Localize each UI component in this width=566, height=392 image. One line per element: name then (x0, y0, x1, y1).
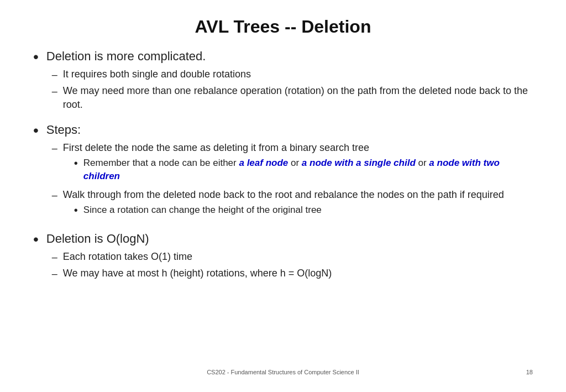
sub-sub-text-2-1-1: Remember that a node can be either a lea… (83, 156, 533, 183)
sub-sub-items-2-1: • Remember that a node can be either a l… (74, 156, 533, 183)
sub-item-1-1: – It requires both single and double rot… (52, 67, 533, 82)
sub-item-1-2: – We may need more than one rebalance op… (52, 84, 533, 112)
highlight-leaf-node: a leaf node (239, 158, 288, 168)
highlight-two-children: a node with two children (83, 158, 500, 181)
sub-sub-item-2-2-1: • Since a rotation can change the height… (74, 203, 504, 218)
sub-sub-text-2-2-1: Since a rotation can change the height o… (83, 203, 322, 217)
sub-sub-items-2-2: • Since a rotation can change the height… (74, 203, 504, 218)
section-deletion-on: • Deletion is O(logN) – Each rotation ta… (33, 231, 533, 283)
section-steps: • Steps: – First delete the node the sam… (33, 122, 533, 223)
sub-item-2-2-content: Walk through from the deleted node back … (63, 188, 504, 219)
sub-item-1-1-text: It requires both single and double rotat… (63, 67, 251, 81)
sub-item-2-1-text: First delete the node the same as deleti… (63, 142, 369, 153)
dash-3-2: – (52, 267, 57, 281)
section-2-subitems: – First delete the node the same as dele… (52, 141, 533, 219)
section-1-subitems: – It requires both single and double rot… (52, 67, 533, 112)
section-3-content: Deletion is O(logN) – Each rotation take… (46, 231, 332, 283)
sub-item-2-1: – First delete the node the same as dele… (52, 141, 533, 185)
section-3-heading: Deletion is O(logN) (46, 232, 149, 245)
sub-item-3-1-text: Each rotation takes O(1) time (63, 250, 192, 264)
sub-sub-item-2-1-1: • Remember that a node can be either a l… (74, 156, 533, 183)
slide: AVL Trees -- Deletion • Deletion is more… (0, 0, 566, 392)
sub-item-2-1-content: First delete the node the same as deleti… (63, 141, 533, 185)
dash-1-1: – (52, 68, 57, 82)
footer-page: 18 (526, 369, 533, 375)
sub-item-1-2-text: We may need more than one rebalance oper… (63, 84, 533, 112)
section-2-heading: Steps: (46, 123, 81, 137)
dash-1-2: – (52, 85, 57, 98)
section-1-heading: Deletion is more complicated. (46, 49, 206, 63)
slide-title: AVL Trees -- Deletion (33, 17, 533, 37)
highlight-single-child: a node with a single child (302, 158, 416, 168)
dash-2-2: – (52, 189, 57, 202)
sub-item-3-1: – Each rotation takes O(1) time (52, 250, 332, 264)
slide-footer: CS202 - Fundamental Structures of Comput… (33, 365, 533, 375)
sub-item-3-2: – We may have at most h (height) rotatio… (52, 266, 332, 281)
sub-sub-dot-2: • (74, 202, 78, 218)
footer-course: CS202 - Fundamental Structures of Comput… (207, 369, 359, 375)
slide-content: • Deletion is more complicated. – It req… (33, 48, 533, 365)
bullet-dot-3: • (33, 228, 39, 250)
bullet-dot-2: • (33, 119, 39, 141)
sub-item-3-2-text: We may have at most h (height) rotations… (63, 266, 332, 280)
dash-3-1: – (52, 250, 57, 264)
sub-sub-dot-1: • (74, 155, 78, 171)
section-3-subitems: – Each rotation takes O(1) time – We may… (52, 250, 332, 281)
dash-2-1: – (52, 142, 57, 155)
sub-item-2-2: – Walk through from the deleted node bac… (52, 188, 533, 219)
bullet-dot-1: • (33, 46, 39, 67)
section-deletion-complicated: • Deletion is more complicated. – It req… (33, 48, 533, 114)
sub-item-2-2-text: Walk through from the deleted node back … (63, 189, 504, 200)
section-2-content: Steps: – First delete the node the same … (46, 122, 533, 223)
section-1-content: Deletion is more complicated. – It requi… (46, 48, 533, 114)
